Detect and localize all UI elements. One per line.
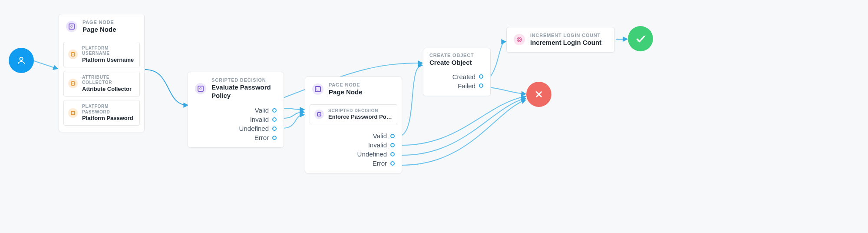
outcome-valid[interactable]: Valid <box>373 132 395 140</box>
node-title: Create Object <box>429 59 474 67</box>
node-title: Page Node <box>83 26 116 34</box>
username-icon <box>68 50 78 59</box>
target-icon <box>516 37 522 43</box>
outcome-error[interactable]: Error <box>373 160 395 167</box>
outcome-label: Created <box>452 73 475 80</box>
node-header: CREATE OBJECT Create Object <box>423 48 490 71</box>
port-icon[interactable] <box>390 152 395 156</box>
outcome-label: Valid <box>255 107 269 114</box>
outcomes: Valid Invalid Undefined Error <box>188 105 284 147</box>
outcome-created[interactable]: Created <box>452 73 483 80</box>
node-subtype: SCRIPTED DECISION <box>211 77 277 83</box>
outcome-label: Invalid <box>368 141 387 149</box>
outcome-error[interactable]: Error <box>254 134 277 141</box>
node-header: INCREMENT LOGIN COUNT Increment Login Co… <box>507 27 614 52</box>
page-icon <box>66 21 77 32</box>
start-node[interactable] <box>9 48 34 73</box>
outcome-label: Undefined <box>239 125 269 132</box>
script-icon <box>314 110 324 119</box>
subnode-titles: ATTRIBUTE COLLECTOR Attribute Collector <box>82 75 135 93</box>
outcome-failed[interactable]: Failed <box>458 82 483 90</box>
node-titles: SCRIPTED DECISION Evaluate Password Poli… <box>211 77 277 100</box>
port-icon[interactable] <box>272 117 277 122</box>
subnode-list: SCRIPTED DECISION Enforce Password Po… <box>305 102 402 131</box>
outcome-undefined[interactable]: Undefined <box>239 125 277 132</box>
failure-node[interactable] <box>526 82 551 107</box>
node-title: Evaluate Password Policy <box>211 83 277 100</box>
subnode-platform-username[interactable]: PLATFORM USERNAME Platform Username <box>63 42 140 67</box>
create-object-node[interactable]: CREATE OBJECT Create Object Created Fail… <box>423 48 491 96</box>
page-icon <box>312 83 323 95</box>
svg-point-2 <box>518 39 521 41</box>
node-titles: PAGE NODE Page Node <box>329 82 363 97</box>
close-icon <box>534 90 544 99</box>
port-icon[interactable] <box>390 143 395 147</box>
script-icon <box>195 83 206 94</box>
subnode-titles: PLATFORM USERNAME Platform Username <box>82 46 135 63</box>
node-title: Page Node <box>329 88 363 97</box>
svg-point-0 <box>20 57 23 60</box>
subnode-type: PLATFORM PASSWORD <box>82 104 135 115</box>
outcome-label: Failed <box>458 82 475 90</box>
subnode-platform-password[interactable]: PLATFORM PASSWORD Platform Password <box>63 100 140 126</box>
port-icon[interactable] <box>272 136 277 140</box>
node-title: Increment Login Count <box>530 39 601 47</box>
port-icon[interactable] <box>272 126 277 131</box>
node-header: SCRIPTED DECISION Evaluate Password Poli… <box>188 72 284 105</box>
outcome-invalid[interactable]: Invalid <box>368 141 395 149</box>
node-titles: CREATE OBJECT Create Object <box>429 53 474 67</box>
subnode-attribute-collector[interactable]: ATTRIBUTE COLLECTOR Attribute Collector <box>63 71 140 97</box>
port-icon[interactable] <box>390 134 395 138</box>
subnode-list: PLATFORM USERNAME Platform Username ATTR… <box>59 39 144 132</box>
check-icon <box>635 33 646 44</box>
attribute-icon <box>68 79 78 88</box>
node-header: PAGE NODE Page Node <box>305 77 402 102</box>
page-node-1[interactable]: PAGE NODE Page Node PLATFORM USERNAME Pl… <box>59 14 145 132</box>
subnode-type: PLATFORM USERNAME <box>82 46 135 57</box>
node-subtype: CREATE OBJECT <box>429 53 474 59</box>
increment-login-count-node[interactable]: INCREMENT LOGIN COUNT Increment Login Co… <box>506 27 615 53</box>
subnode-title: Platform Password <box>82 115 135 122</box>
subnode-titles: PLATFORM PASSWORD Platform Password <box>82 104 135 122</box>
subnode-enforce-password-policy[interactable]: SCRIPTED DECISION Enforce Password Po… <box>310 104 397 125</box>
node-titles: INCREMENT LOGIN COUNT Increment Login Co… <box>530 33 601 47</box>
person-icon <box>17 56 26 65</box>
outcome-undefined[interactable]: Undefined <box>357 150 395 158</box>
success-node[interactable] <box>628 26 653 51</box>
subnode-title: Platform Username <box>82 57 135 63</box>
subnode-type: ATTRIBUTE COLLECTOR <box>82 75 135 86</box>
evaluate-password-policy-node[interactable]: SCRIPTED DECISION Evaluate Password Poli… <box>188 72 284 148</box>
outcome-label: Error <box>373 160 387 167</box>
svg-point-1 <box>517 37 522 42</box>
port-icon[interactable] <box>479 83 483 88</box>
port-icon[interactable] <box>272 108 277 113</box>
node-titles: PAGE NODE Page Node <box>83 20 116 34</box>
outcome-invalid[interactable]: Invalid <box>250 116 277 123</box>
outcome-label: Valid <box>373 132 387 140</box>
subnode-title: Enforce Password Po… <box>328 113 392 120</box>
subnode-type: SCRIPTED DECISION <box>328 108 392 114</box>
node-subtype: PAGE NODE <box>83 20 116 26</box>
outcomes: Valid Invalid Undefined Error <box>305 130 402 173</box>
outcome-label: Invalid <box>250 116 269 123</box>
node-subtype: PAGE NODE <box>329 82 363 88</box>
node-subtype: INCREMENT LOGIN COUNT <box>530 33 601 39</box>
outcome-label: Undefined <box>357 150 387 158</box>
outcomes: Created Failed <box>423 71 490 96</box>
page-node-2[interactable]: PAGE NODE Page Node SCRIPTED DECISION En… <box>305 77 402 173</box>
password-icon <box>68 108 78 118</box>
outcome-valid[interactable]: Valid <box>255 107 277 114</box>
port-icon[interactable] <box>479 74 483 79</box>
port-icon[interactable] <box>390 161 395 166</box>
node-header: PAGE NODE Page Node <box>59 14 144 39</box>
counter-icon <box>514 34 525 45</box>
subnode-title: Attribute Collector <box>82 86 135 93</box>
outcome-label: Error <box>254 134 269 141</box>
subnode-titles: SCRIPTED DECISION Enforce Password Po… <box>328 108 392 121</box>
